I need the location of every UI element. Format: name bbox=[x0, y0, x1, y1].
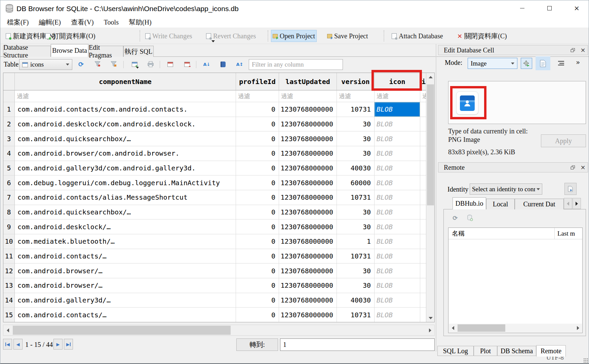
table-row[interactable]: 2com.android.deskclock/com.android.deskc… bbox=[3, 117, 426, 132]
cell-profileId[interactable]: 0 bbox=[236, 205, 279, 220]
cell-icon[interactable]: BLOB bbox=[375, 249, 420, 264]
name-column-header[interactable]: 名稱 bbox=[448, 228, 555, 239]
row-number[interactable]: 14 bbox=[3, 293, 15, 308]
minimize-button[interactable] bbox=[514, 0, 530, 16]
cell-profileId[interactable]: 0 bbox=[236, 264, 279, 278]
table-select[interactable]: icons bbox=[19, 59, 72, 70]
remote-tab-current-database[interactable]: Current Dat bbox=[515, 199, 564, 209]
tab-database-structure[interactable]: Database Structure bbox=[3, 46, 51, 57]
cell-componentName[interactable]: com.mediatek.bluetooth/… bbox=[15, 234, 236, 249]
cell-profileId[interactable]: 0 bbox=[236, 131, 279, 146]
row-number[interactable]: 7 bbox=[3, 190, 15, 205]
tab-execute-sql[interactable]: 執行 SQL bbox=[123, 46, 154, 57]
cell-partial[interactable] bbox=[420, 131, 426, 146]
cell-icon[interactable]: BLOB bbox=[375, 146, 420, 161]
cell-componentName[interactable]: com.android.contacts/… bbox=[15, 308, 236, 322]
cell-profileId[interactable]: 0 bbox=[236, 234, 279, 249]
write-changes-button[interactable]: Write Changes bbox=[144, 30, 194, 42]
cell-icon[interactable]: BLOB bbox=[375, 308, 420, 322]
cell-version[interactable]: 30 bbox=[337, 117, 375, 132]
row-number[interactable]: 6 bbox=[3, 175, 15, 190]
cell-version[interactable]: 30 bbox=[337, 131, 375, 146]
remote-tab-local[interactable]: Local bbox=[486, 199, 515, 209]
save-filter-button[interactable] bbox=[110, 60, 117, 68]
tab-edit-pragmas[interactable]: Edit Pragmas bbox=[88, 46, 123, 57]
menu-edit[interactable]: 編輯(E) bbox=[35, 17, 65, 28]
dock-tab-plot[interactable]: Plot bbox=[474, 346, 497, 356]
cell-lastUpdated[interactable]: 1230768000000 bbox=[279, 190, 337, 205]
cell-partial[interactable] bbox=[420, 102, 426, 117]
column-header-version[interactable]: version bbox=[337, 73, 375, 90]
cell-version[interactable]: 40030 bbox=[337, 161, 375, 176]
table-row[interactable]: 5com.android.gallery3d/com.android.galle… bbox=[3, 161, 426, 176]
identity-select[interactable]: Select an identity to conne bbox=[470, 184, 542, 195]
cell-partial[interactable] bbox=[420, 146, 426, 161]
cell-version[interactable]: 30 bbox=[337, 264, 375, 278]
cell-componentName[interactable]: com.android.browser/com.android.browser. bbox=[15, 146, 236, 161]
goto-record-input[interactable] bbox=[280, 338, 435, 351]
menu-file[interactable]: 檔案(F) bbox=[3, 17, 33, 28]
table-row[interactable]: 11com.android.contacts/…0123076800000010… bbox=[3, 249, 426, 264]
cell-version[interactable]: 10731 bbox=[337, 190, 375, 205]
menu-help[interactable]: 幫助(H) bbox=[125, 17, 156, 28]
cell-componentName[interactable]: com.android.browser/… bbox=[15, 264, 236, 278]
row-number[interactable]: 11 bbox=[3, 249, 15, 264]
menu-tools[interactable]: Tools bbox=[100, 18, 123, 27]
cell-version[interactable]: 30 bbox=[337, 219, 375, 234]
cell-componentName[interactable]: com.android.deskclock/com.android.deskcl… bbox=[15, 117, 236, 132]
cell-profileId[interactable]: 0 bbox=[236, 161, 279, 176]
edit-cell-float-button[interactable] bbox=[569, 46, 577, 54]
table-row[interactable]: 8com.android.quicksearchbox/…01230768000… bbox=[3, 205, 426, 220]
table-row[interactable]: 14com.android.gallery3d/…012307680000004… bbox=[3, 293, 426, 308]
table-row[interactable]: 12com.android.browser/…0123076800000030B… bbox=[3, 264, 426, 278]
row-number[interactable]: 3 bbox=[3, 131, 15, 146]
cell-lastUpdated[interactable]: 1230768000000 bbox=[279, 249, 337, 264]
cell-icon[interactable]: BLOB bbox=[375, 102, 420, 117]
import-data-button[interactable] bbox=[521, 58, 532, 69]
apply-button[interactable]: Apply bbox=[541, 134, 586, 147]
tab-browse-data[interactable]: Browse Data bbox=[51, 44, 88, 57]
remote-database-list[interactable]: 名稱 Last m bbox=[448, 228, 583, 333]
goto-button[interactable]: 轉到: bbox=[236, 338, 278, 351]
horizontal-scrollbar-thumb[interactable] bbox=[13, 326, 231, 335]
cell-componentName[interactable]: com.android.gallery3d/com.android.galler… bbox=[15, 161, 236, 176]
cell-icon[interactable]: BLOB bbox=[375, 264, 420, 278]
remote-tab-dbhub[interactable]: DBHub.io bbox=[453, 197, 486, 209]
table-row[interactable]: 1com.android.contacts/com.android.contac… bbox=[3, 102, 426, 117]
import-certificate-button[interactable] bbox=[564, 183, 577, 195]
cell-componentName[interactable]: com.android.contacts/… bbox=[15, 249, 236, 264]
word-wrap-button[interactable] bbox=[556, 59, 566, 68]
scroll-right-button[interactable] bbox=[574, 324, 582, 332]
cell-lastUpdated[interactable]: 1230768000000 bbox=[279, 161, 337, 176]
column-header-lastUpdated[interactable]: lastUpdated bbox=[279, 73, 337, 90]
cell-lastUpdated[interactable]: 1230768000000 bbox=[279, 278, 337, 293]
filter-input-profileId[interactable] bbox=[236, 90, 279, 102]
cell-partial[interactable] bbox=[420, 264, 426, 278]
cell-lastUpdated[interactable]: 1230768000000 bbox=[279, 117, 337, 132]
cell-icon[interactable]: BLOB bbox=[375, 205, 420, 220]
cell-version[interactable]: 40030 bbox=[337, 293, 375, 308]
edit-cell-close-button[interactable]: × bbox=[579, 46, 587, 54]
dock-tab-remote[interactable]: Remote bbox=[536, 345, 566, 357]
cell-partial[interactable] bbox=[420, 161, 426, 176]
dock-tab-db-schema[interactable]: DB Schema bbox=[497, 346, 536, 356]
row-number[interactable]: 13 bbox=[3, 278, 15, 293]
row-number[interactable]: 2 bbox=[3, 117, 15, 132]
cell-partial[interactable] bbox=[420, 190, 426, 205]
cell-partial[interactable] bbox=[420, 175, 426, 190]
previous-record-button[interactable]: ◀ bbox=[13, 339, 23, 350]
cell-icon[interactable]: BLOB bbox=[375, 161, 420, 176]
remote-horizontal-scrollbar[interactable] bbox=[449, 324, 582, 332]
cell-version[interactable]: 30 bbox=[337, 205, 375, 220]
cell-icon[interactable]: BLOB bbox=[375, 219, 420, 234]
cell-icon[interactable]: BLOB bbox=[375, 175, 420, 190]
cell-profileId[interactable]: 0 bbox=[236, 117, 279, 132]
filter-input-partial[interactable] bbox=[420, 90, 426, 102]
toolbar-extension-arrow-icon[interactable] bbox=[211, 40, 215, 42]
filter-input-lastUpdated[interactable] bbox=[279, 90, 337, 102]
cell-profileId[interactable]: 0 bbox=[236, 175, 279, 190]
cell-profileId[interactable]: 0 bbox=[236, 146, 279, 161]
global-filter-input[interactable] bbox=[249, 59, 343, 70]
table-row[interactable]: 6com.debug.loggerui/com.debug.loggerui.M… bbox=[3, 175, 426, 190]
panel-overflow-button[interactable]: » bbox=[576, 58, 580, 66]
